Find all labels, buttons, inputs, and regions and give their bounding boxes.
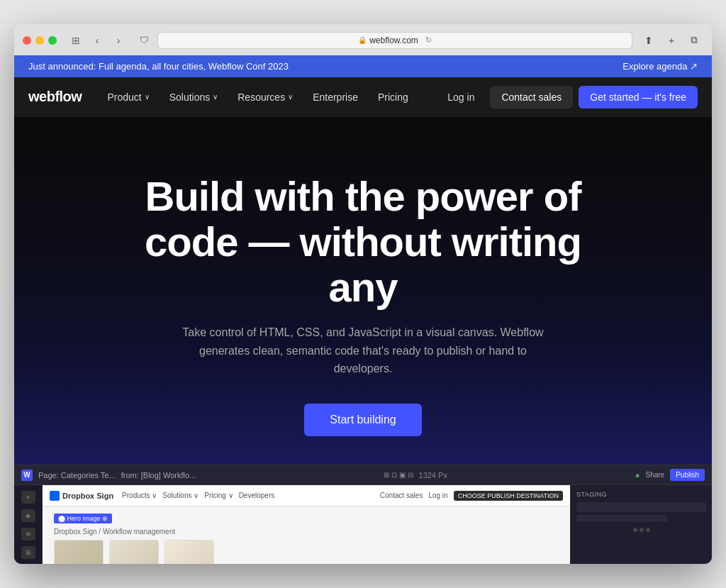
main-nav: webflow Product ∨ Solutions ∨ Resources … xyxy=(14,77,712,117)
new-tab-icon[interactable]: + xyxy=(662,31,681,50)
pub-dot-1 xyxy=(633,528,637,532)
sidebar-icon-4[interactable]: ⊞ xyxy=(21,546,35,559)
back-button[interactable]: ‹ xyxy=(88,31,106,50)
app-bar-center: ⊞ ⊡ ▣ ⊟ 1324 Px xyxy=(201,471,630,479)
right-panel-bottom: W Made in Webflow xyxy=(571,538,712,564)
forward-button[interactable]: › xyxy=(109,31,128,50)
dropbox-logo-icon xyxy=(50,491,60,501)
breadcrumb: Dropbox Sign / Workflow management xyxy=(54,528,559,536)
inner-nav-pricing[interactable]: Pricing ∨ xyxy=(204,492,233,499)
inner-nav-solutions[interactable]: Solutions ∨ xyxy=(162,492,199,499)
enterprise-label: Enterprise xyxy=(313,91,358,103)
hero-section: Build with the power of code — without w… xyxy=(14,117,712,465)
announcement-text: Just announced: Full agenda, all four ci… xyxy=(28,61,289,72)
resolution-text: 1324 Px xyxy=(419,471,447,479)
minimize-button[interactable] xyxy=(35,36,44,45)
grid-view-icon[interactable]: ⊞ xyxy=(67,31,85,50)
inner-nav-items: Products ∨ Solutions ∨ Pricing ∨ Develop… xyxy=(122,492,274,499)
announcement-cta[interactable]: Explore agenda ↗ xyxy=(622,61,698,72)
inner-nav-developers[interactable]: Developers xyxy=(239,492,275,499)
right-panel: Staging W Made in Webflow xyxy=(570,485,712,564)
tabs-icon[interactable]: ⧉ xyxy=(685,31,703,50)
pub-dot-3 xyxy=(646,528,650,532)
browser-address-bar: 🛡 🔒 webflow.com ↻ xyxy=(135,31,632,50)
share-icon[interactable]: ⬆ xyxy=(640,31,658,50)
browser-chrome: ⊞ ‹ › 🛡 🔒 webflow.com ↻ ⬆ + ⧉ xyxy=(14,24,712,55)
sidebar-icon-1[interactable]: ≡ xyxy=(21,491,35,504)
nav-right: Log in Contact sales Get started — it's … xyxy=(437,86,698,109)
app-bar: W Page: Categories Te... from: [Blog] Wo… xyxy=(14,465,712,485)
status-dot: ● xyxy=(635,471,640,479)
sidebar-icon-3[interactable]: ≋ xyxy=(21,528,35,540)
publish-panel: Staging xyxy=(571,485,712,538)
publish-dots xyxy=(576,528,706,532)
maximize-button[interactable] xyxy=(48,36,57,45)
shield-icon: 🛡 xyxy=(135,31,153,50)
publish-input-2 xyxy=(576,515,667,522)
page-content: ⬤ Hero Image ⊕ Dropbox Sign / Workflow m… xyxy=(43,506,570,564)
page-thumbnails xyxy=(54,540,559,564)
app-preview: W Page: Categories Te... from: [Blog] Wo… xyxy=(14,465,712,564)
nav-item-enterprise[interactable]: Enterprise xyxy=(304,86,367,109)
browser-nav-group: ⊞ ‹ › xyxy=(67,31,128,50)
from-text: from: [Blog] Workflo... xyxy=(121,471,196,479)
solutions-label: Solutions xyxy=(169,91,211,103)
nav-item-product[interactable]: Product ∨ xyxy=(99,86,157,109)
app-content: ≡ ◈ ≋ ⊞ Dropbox Sign Products ∨ Solution… xyxy=(14,485,712,564)
thumbnail-1 xyxy=(54,540,104,564)
pub-dot-2 xyxy=(640,528,644,532)
thumbnail-2 xyxy=(109,540,159,564)
view-icons: ⊞ ⊡ ▣ ⊟ xyxy=(384,471,413,479)
page-label-bar: ⬤ Hero Image ⊕ xyxy=(54,514,559,523)
share-button[interactable]: Share xyxy=(646,471,665,479)
product-chevron: ∨ xyxy=(145,93,150,101)
pricing-label: Pricing xyxy=(378,91,408,103)
publish-button[interactable]: Publish xyxy=(670,469,705,481)
app-main: Dropbox Sign Products ∨ Solutions ∨ Pric… xyxy=(43,485,570,564)
resources-label: Resources xyxy=(238,91,285,103)
page-text: Page: Categories Te... xyxy=(38,471,116,479)
reload-icon[interactable]: ↻ xyxy=(425,35,432,45)
announcement-bar: Just announced: Full agenda, all four ci… xyxy=(14,55,712,77)
close-button[interactable] xyxy=(23,36,31,45)
app-sidebar: ≡ ◈ ≋ ⊞ xyxy=(14,485,43,564)
inner-nav-right: Contact sales Log in CHOOSE PUBLISH DEST… xyxy=(380,491,563,501)
hero-title: Build with the power of code — without w… xyxy=(122,174,604,309)
inner-nav-products[interactable]: Products ∨ xyxy=(122,492,157,499)
webflow-app-logo: W xyxy=(21,470,33,481)
nav-logo[interactable]: webflow xyxy=(28,89,82,105)
url-text: webflow.com xyxy=(369,35,418,45)
nav-item-pricing[interactable]: Pricing xyxy=(369,86,417,109)
nav-item-resources[interactable]: Resources ∨ xyxy=(229,86,301,109)
app-bar-right: ● Share Publish xyxy=(635,469,705,481)
inner-nav: Dropbox Sign Products ∨ Solutions ∨ Pric… xyxy=(43,485,570,506)
nav-item-solutions[interactable]: Solutions ∨ xyxy=(161,86,227,109)
thumbnail-3 xyxy=(164,540,214,564)
product-label: Product xyxy=(107,91,141,103)
dropbox-brand-text: Dropbox Sign xyxy=(62,492,113,500)
address-bar[interactable]: 🔒 webflow.com ↻ xyxy=(157,32,632,49)
publish-panel-title: Staging xyxy=(576,491,706,498)
contact-sales-button[interactable]: Contact sales xyxy=(490,86,573,109)
resources-chevron: ∨ xyxy=(288,93,293,101)
browser-actions: ⬆ + ⧉ xyxy=(640,31,703,50)
sidebar-icon-2[interactable]: ◈ xyxy=(21,509,35,522)
nav-items: Product ∨ Solutions ∨ Resources ∨ Enterp… xyxy=(99,86,437,109)
publish-input-1 xyxy=(576,502,706,512)
lock-icon: 🔒 xyxy=(358,36,367,44)
browser-dots xyxy=(23,36,57,45)
browser-window: ⊞ ‹ › 🛡 🔒 webflow.com ↻ ⬆ + ⧉ Just annou… xyxy=(14,24,712,564)
publish-destination-panel: CHOOSE PUBLISH DESTINATION xyxy=(454,491,563,501)
solutions-chevron: ∨ xyxy=(213,93,218,101)
inner-contact-sales[interactable]: Contact sales xyxy=(380,492,423,499)
start-building-button[interactable]: Start building xyxy=(304,404,421,436)
inner-login[interactable]: Log in xyxy=(428,492,447,499)
dropbox-logo: Dropbox Sign xyxy=(50,491,113,501)
hero-subtitle: Take control of HTML, CSS, and JavaScrip… xyxy=(179,323,547,378)
hero-image-tag: ⬤ Hero Image ⊕ xyxy=(54,514,112,523)
get-started-button[interactable]: Get started — it's free xyxy=(579,86,698,109)
login-button[interactable]: Log in xyxy=(437,86,484,109)
